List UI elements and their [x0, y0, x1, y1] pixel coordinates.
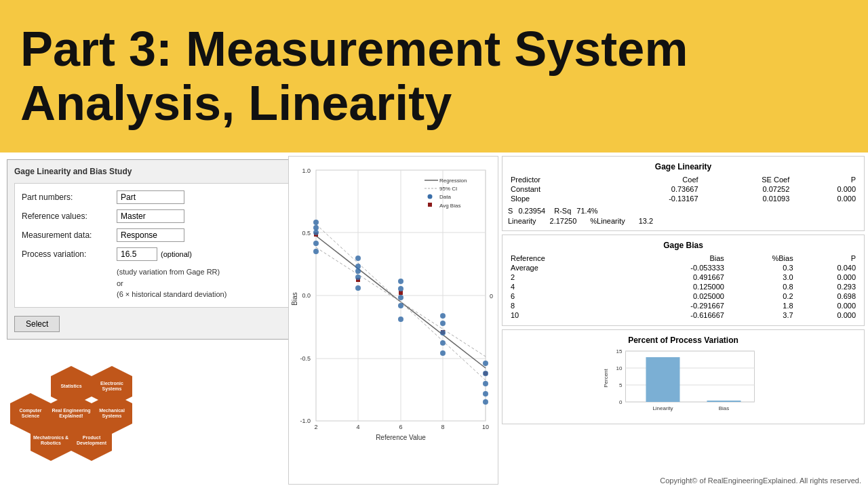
measurement-data-input[interactable] — [117, 228, 184, 242]
rsq-value: 71.4% — [576, 207, 597, 215]
select-button[interactable]: Select — [14, 316, 60, 332]
svg-text:1.0: 1.0 — [302, 167, 311, 174]
constant-secoef: 0.07252 — [701, 184, 793, 194]
empty1 — [612, 263, 626, 272]
svg-text:15: 15 — [616, 348, 623, 354]
process-variation-label: Process variation: — [22, 249, 117, 259]
svg-point-58 — [428, 195, 433, 199]
p-8: 0.000 — [796, 301, 859, 310]
measurement-data-label: Measurement data: — [22, 230, 117, 240]
svg-rect-60 — [428, 203, 432, 207]
main-content: Gage Linearity and Bias Study Part numbe… — [0, 152, 868, 488]
bias-4: 0.125000 — [625, 282, 726, 291]
svg-point-36 — [440, 313, 446, 319]
p-bias-header: P — [796, 253, 859, 263]
svg-text:0: 0 — [490, 293, 493, 300]
table-row: Slope -0.13167 0.01093 0.000 — [508, 194, 859, 203]
svg-text:Regression: Regression — [439, 178, 467, 184]
table-row: 10 -0.616667 3.7 0.000 — [508, 310, 859, 320]
empty3 — [612, 282, 626, 291]
p-10: 0.000 — [796, 310, 859, 320]
svg-text:Bias: Bias — [719, 405, 730, 411]
svg-point-37 — [483, 361, 488, 366]
table-row: Average -0.053333 0.3 0.040 — [508, 263, 859, 272]
slope-secoef: 0.01093 — [701, 194, 793, 203]
empty4 — [612, 291, 626, 301]
part-numbers-input[interactable] — [117, 190, 184, 204]
rsq-label: R-Sq — [554, 207, 571, 215]
svg-text:5: 5 — [619, 382, 623, 388]
pctbias-header: %Bias — [727, 253, 796, 263]
svg-point-26 — [355, 256, 361, 261]
ref-average: Average — [508, 263, 612, 272]
optional-label: (optional) — [161, 250, 192, 258]
pctbias-10: 3.7 — [727, 310, 796, 320]
svg-text:2: 2 — [314, 424, 317, 430]
pctbias-2: 3.0 — [727, 272, 796, 282]
svg-point-25 — [355, 268, 361, 274]
svg-point-23 — [355, 274, 361, 280]
svg-text:8: 8 — [441, 424, 444, 430]
pct-chart-title: Percent of Process Variation — [508, 336, 859, 345]
svg-point-30 — [398, 303, 403, 308]
linearity-stat-value: 2.17250 — [550, 217, 577, 225]
linearity-data-table: Predictor Coef SE Coef P Constant 0.7366… — [508, 175, 859, 203]
slope-coef: -0.13167 — [605, 194, 701, 203]
svg-point-33 — [440, 330, 446, 336]
svg-point-34 — [440, 340, 446, 346]
pct-linearity-value: 13.2 — [639, 217, 653, 225]
ref-2: 2 — [508, 272, 612, 282]
constant-p: 0.000 — [792, 184, 859, 194]
svg-point-27 — [398, 286, 403, 291]
scatter-plot: 0 — [288, 156, 498, 485]
measurement-data-row: Measurement data: — [22, 228, 331, 242]
chart-panel: 0 — [285, 152, 868, 488]
ref-4: 4 — [508, 282, 612, 291]
svg-point-39 — [483, 381, 488, 386]
linearity-stat-label: Linearity — [508, 217, 536, 225]
svg-point-32 — [440, 321, 446, 326]
svg-text:10: 10 — [616, 365, 623, 371]
table-row: Constant 0.73667 0.07252 0.000 — [508, 184, 859, 194]
svg-text:Data: Data — [439, 194, 451, 200]
slope-label: Slope — [508, 194, 605, 203]
pred-header: Predictor — [508, 175, 605, 184]
svg-point-40 — [483, 391, 488, 396]
avg-bias: -0.053333 — [625, 263, 726, 272]
process-variation-row: Process variation: (optional) — [22, 247, 331, 261]
svg-text:4: 4 — [356, 424, 359, 430]
p-2: 0.000 — [796, 272, 859, 282]
table-row: 6 0.025000 0.2 0.698 — [508, 291, 859, 301]
constant-coef: 0.73667 — [605, 184, 701, 194]
banner: Part 3: Measurement System Analysis, Lin… — [0, 0, 868, 152]
s-value: 0.23954 — [518, 207, 545, 215]
ref-10: 10 — [508, 310, 612, 320]
process-variation-input[interactable] — [117, 247, 157, 261]
gage-linearity-table: Gage Linearity Predictor Coef SE Coef P … — [502, 156, 865, 231]
scatter-svg: 0 — [289, 157, 499, 448]
reference-values-label: Reference values: — [22, 211, 117, 221]
part-numbers-label: Part numbers: — [22, 192, 117, 202]
pctbias-8: 1.8 — [727, 301, 796, 310]
bias-header: Bias — [625, 253, 726, 263]
svg-point-31 — [398, 317, 403, 322]
s-row: S 0.23954 R-Sq 71.4% — [508, 207, 598, 215]
table-row: 8 -0.291667 1.8 0.000 — [508, 301, 859, 310]
svg-text:Linearity: Linearity — [652, 405, 673, 411]
svg-point-38 — [483, 371, 488, 376]
svg-point-35 — [440, 350, 446, 356]
svg-point-22 — [355, 264, 361, 269]
svg-text:95% CI: 95% CI — [439, 186, 457, 192]
gage-bias-table: Gage Bias Reference Bias %Bias P Average — [502, 235, 865, 326]
table-row: 4 0.125000 0.8 0.293 — [508, 282, 859, 291]
chart-container: 0 — [288, 156, 865, 485]
svg-point-20 — [313, 225, 319, 230]
svg-text:0.5: 0.5 — [302, 230, 311, 237]
empty-header — [612, 253, 626, 263]
gage-bias-title: Gage Bias — [508, 241, 859, 250]
svg-point-19 — [313, 241, 319, 246]
reference-values-input[interactable] — [117, 209, 184, 223]
svg-text:Bias: Bias — [291, 292, 298, 305]
s-label: S — [508, 207, 513, 215]
secoef-header: SE Coef — [701, 175, 793, 184]
